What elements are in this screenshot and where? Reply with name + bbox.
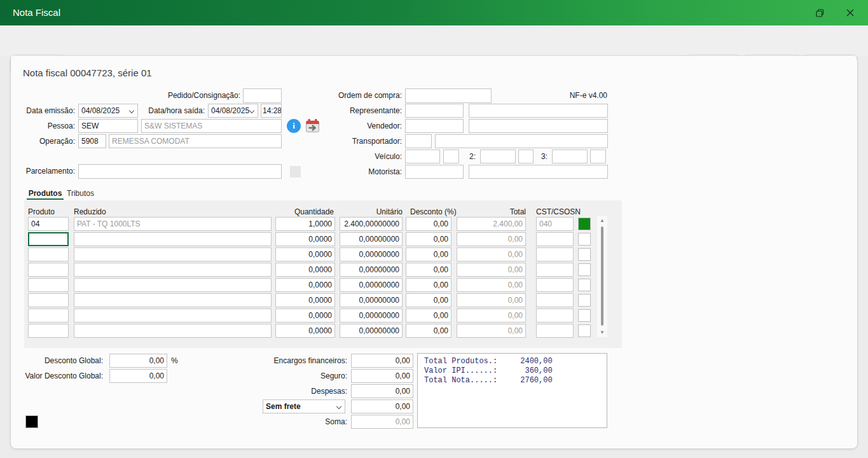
data-emissao-select[interactable]: 04/08/2025 (78, 104, 138, 118)
cell-produto[interactable] (28, 278, 69, 292)
cell-produto[interactable] (28, 232, 69, 246)
scrollbar-thumb[interactable] (601, 226, 603, 326)
cell-produto[interactable] (28, 247, 69, 261)
cell-desconto[interactable]: 0,00 (406, 232, 451, 246)
operacao-name-field: REMESSA COMODAT (109, 134, 282, 148)
item-color-indicator (578, 233, 591, 246)
table-row: 04 PAT - TQ 1000LTS 1,0000 2.400,0000000… (0, 217, 868, 231)
encargos-label: Encargos financeiros: (274, 354, 347, 368)
parcelamento-aux-button[interactable] (290, 166, 301, 177)
cell-desconto[interactable]: 0,00 (406, 217, 451, 231)
cell-total: 0,00 (457, 293, 526, 307)
cell-reduzido (74, 293, 272, 307)
cell-cst[interactable] (536, 232, 574, 246)
cell-cst[interactable] (536, 309, 574, 323)
cell-desconto[interactable]: 0,00 (406, 324, 451, 338)
vendedor-name-field (469, 119, 608, 133)
motorista-code-input[interactable] (405, 165, 464, 179)
cell-quantidade[interactable]: 0,0000 (275, 263, 335, 277)
percent-sign: % (171, 354, 178, 368)
info-icon[interactable]: i (287, 119, 301, 133)
tab-tributos[interactable]: Tributos (67, 189, 94, 200)
hora-saida-input[interactable]: 14:28 (261, 104, 282, 118)
representante-code-input[interactable] (405, 104, 464, 118)
cell-unitario[interactable]: 0,00000000 (340, 232, 403, 246)
cell-produto[interactable]: 04 (28, 217, 69, 231)
cell-unitario[interactable]: 0,00000000 (340, 247, 403, 261)
cell-total: 0,00 (457, 263, 526, 277)
cell-desconto[interactable]: 0,00 (406, 247, 451, 261)
veiculo-1-input[interactable] (405, 149, 440, 163)
cell-reduzido (74, 247, 272, 261)
cell-quantidade[interactable]: 0,0000 (275, 247, 335, 261)
pessoa-code-input[interactable]: SEW (78, 119, 138, 133)
cell-produto[interactable] (28, 293, 69, 307)
col-header-produto: Produto (28, 207, 55, 216)
despesas-input[interactable]: 0,00 (351, 384, 413, 398)
cell-desconto[interactable]: 0,00 (406, 293, 451, 307)
grid-scrollbar[interactable]: ▲ ▼ (597, 216, 607, 337)
soma-label: Soma: (325, 415, 347, 429)
cell-cst[interactable] (536, 278, 574, 292)
veiculo-3-input[interactable] (552, 149, 588, 163)
close-icon[interactable] (836, 0, 864, 25)
cell-quantidade[interactable]: 0,0000 (275, 278, 335, 292)
pessoa-label: Pessoa: (48, 119, 75, 133)
veiculo-label: Veículo: (375, 149, 402, 163)
cell-unitario[interactable]: 0,00000000 (340, 293, 403, 307)
cell-unitario[interactable]: 0,00000000 (340, 309, 403, 323)
total-nota-line: Total Nota.....: 2760,00 (424, 376, 600, 385)
frete-select[interactable]: Sem frete (263, 399, 345, 413)
transportador-code-input[interactable] (405, 134, 432, 148)
cell-unitario[interactable]: 0,00000000 (340, 278, 403, 292)
calendar-schedule-icon[interactable] (305, 118, 320, 135)
cell-quantidade[interactable]: 0,0000 (275, 232, 335, 246)
cell-quantidade[interactable]: 1,0000 (275, 217, 335, 231)
cell-cst[interactable] (536, 247, 574, 261)
cell-cst[interactable] (536, 263, 574, 277)
restore-icon[interactable] (806, 0, 834, 25)
scroll-up-icon[interactable]: ▲ (597, 216, 607, 225)
veiculo-2-uf-input[interactable] (518, 149, 534, 163)
cell-quantidade[interactable]: 0,0000 (275, 309, 335, 323)
scroll-down-icon[interactable]: ▼ (597, 328, 607, 337)
cell-quantidade[interactable]: 0,0000 (275, 324, 335, 338)
pessoa-name-field: S&W SISTEMAS (141, 119, 282, 133)
veiculo-2-input[interactable] (480, 149, 516, 163)
cell-unitario[interactable]: 2.400,00000000 (340, 217, 403, 231)
pedido-input[interactable] (243, 88, 282, 103)
tab-produtos[interactable]: Produtos (27, 189, 64, 200)
color-swatch[interactable] (25, 415, 38, 428)
cell-cst[interactable] (536, 324, 574, 338)
motorista-name-field (469, 165, 608, 179)
toolbar: Ir para... Ajuda OK Cancelar (0, 25, 868, 56)
chevron-down-icon (336, 404, 341, 409)
cell-reduzido (74, 263, 272, 277)
cell-quantidade[interactable]: 0,0000 (275, 293, 335, 307)
cell-unitario[interactable]: 0,00000000 (340, 324, 403, 338)
cell-desconto[interactable]: 0,00 (406, 278, 451, 292)
cell-produto[interactable] (28, 324, 69, 338)
item-color-indicator (578, 324, 591, 337)
valor-desconto-global-input[interactable]: 0,00 (109, 369, 167, 383)
cell-unitario[interactable]: 0,00000000 (340, 263, 403, 277)
seguro-input[interactable]: 0,00 (351, 369, 413, 383)
cell-produto[interactable] (28, 263, 69, 277)
data-saida-select[interactable]: 04/08/2025 (208, 104, 258, 118)
nota-fiscal-window: Nota Fiscal Ir para... Ajuda OK Cancelar… (0, 0, 868, 458)
cell-total: 0,00 (457, 232, 526, 246)
veiculo-3-uf-input[interactable] (590, 149, 606, 163)
cell-desconto[interactable]: 0,00 (406, 263, 451, 277)
frete-input[interactable]: 0,00 (351, 399, 413, 413)
veiculo-1-uf-input[interactable] (443, 149, 459, 163)
cell-cst[interactable]: 040 (536, 217, 574, 231)
vendedor-code-input[interactable] (405, 119, 464, 133)
operacao-code-input[interactable]: 5908 (78, 134, 106, 148)
desconto-global-input[interactable]: 0,00 (109, 354, 167, 368)
encargos-input[interactable]: 0,00 (351, 354, 413, 368)
cell-desconto[interactable]: 0,00 (406, 309, 451, 323)
cell-produto[interactable] (28, 309, 69, 323)
parcelamento-input[interactable] (78, 164, 282, 179)
ordem-compra-input[interactable] (405, 88, 492, 103)
cell-cst[interactable] (536, 293, 574, 307)
